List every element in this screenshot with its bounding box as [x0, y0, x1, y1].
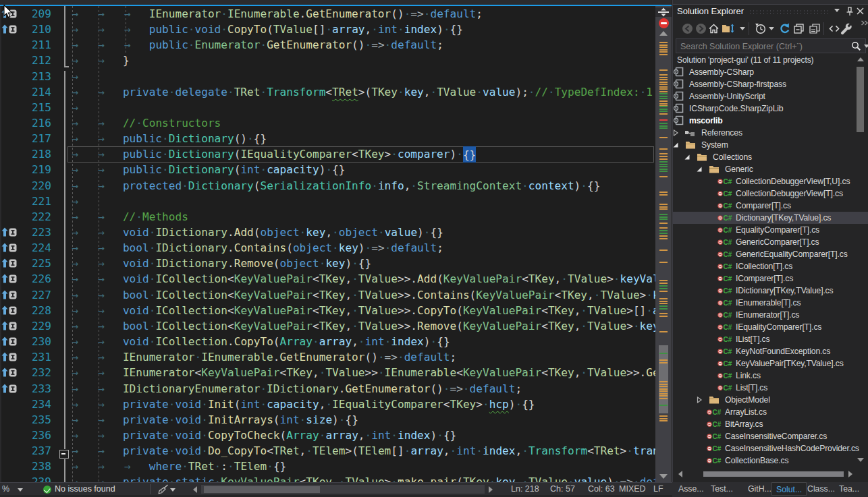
implements-interface-glyph[interactable]	[1, 274, 17, 284]
scroll-down-arrow[interactable]	[659, 474, 668, 479]
editor-vertical-scrollbar[interactable]	[655, 6, 672, 482]
tree-item-comparer-t-cs[interactable]: C# Comparer[T].cs	[673, 200, 868, 212]
code-line-218[interactable]: 218→ → public·Dictionary(IEqualityCompar…	[0, 146, 655, 162]
code-line-225[interactable]: 225 → → void·IDictionary.Remove(object·k…	[0, 256, 655, 271]
code-line-221[interactable]: 221→	[0, 194, 655, 209]
code-line-227[interactable]: 227 → → bool·ICollection<KeyValuePair<TK…	[0, 287, 655, 303]
filter-dropdown-arrow[interactable]	[769, 27, 774, 30]
implements-interface-glyph[interactable]	[1, 243, 17, 253]
scroll-up-arrow[interactable]	[857, 57, 864, 61]
refresh-icon[interactable]	[779, 23, 790, 34]
implements-interface-glyph[interactable]	[1, 321, 17, 331]
document-health-error-indicator[interactable]	[659, 18, 669, 28]
code-line-238[interactable]: 238→ → → where·TRet·:·TElem·{}	[0, 459, 655, 474]
code-line-210[interactable]: 210 → → → public·void·CopyTo(TValue[]·ar…	[0, 22, 655, 37]
expander-collapsed[interactable]	[673, 129, 679, 136]
code-line-239[interactable]: 239→ → private·static·KeyValuePair<TKey,…	[0, 474, 655, 482]
tree-item-icollection-t-cs[interactable]: C# ICollection[T].cs	[673, 260, 868, 272]
code-line-213[interactable]: 213→	[0, 69, 655, 84]
tree-item-equalitycomparer-t-cs[interactable]: C# EqualityComparer[T].cs	[673, 224, 868, 236]
tree-item-link-cs[interactable]: C# Link.cs	[673, 370, 868, 382]
tree-item-caseinsensitivecomparer-cs[interactable]: C# CaseInsensitiveComparer.cs	[673, 430, 868, 442]
code-line-219[interactable]: 219→ → public·Dictionary(int·capacity)·{…	[0, 162, 655, 177]
implements-interface-glyph[interactable]	[1, 258, 17, 268]
code-text-area[interactable]: 209 → → → IEnumerator·IEnumerable.GetEnu…	[0, 6, 655, 482]
tree-item-icsharpcode-sharpziplib[interactable]: ICSharpCode.SharpZipLib	[673, 103, 868, 115]
show-all-files-icon[interactable]	[809, 23, 821, 34]
code-line-223[interactable]: 223 → → void·IDictionary.Add(object·key,…	[0, 225, 655, 240]
forward-button[interactable]	[695, 23, 707, 34]
scroll-up-arrow[interactable]	[659, 31, 668, 36]
tree-item-dictionary-tkey-tvalue-cs[interactable]: C# Dictionary[TKey,TValue].cs	[673, 212, 868, 224]
implements-interface-glyph[interactable]	[1, 290, 17, 300]
code-line-232[interactable]: 232 → → IEnumerator<KeyValuePair<TKey,·T…	[0, 365, 655, 380]
implements-interface-glyph[interactable]	[1, 227, 17, 237]
collapse-all-icon[interactable]	[793, 23, 805, 34]
code-line-214[interactable]: 214→ → private·delegate·TRet·Transform<T…	[0, 84, 655, 100]
expander-expanded[interactable]	[673, 142, 679, 148]
panel-tab-asse[interactable]: Asse...	[674, 482, 708, 496]
tree-item-collectiondebuggerview-t-cs[interactable]: C# CollectionDebuggerView[T].cs	[673, 187, 868, 200]
code-line-228[interactable]: 228 → → void·ICollection<KeyValuePair<TK…	[0, 303, 655, 318]
tree-item-collectionbase-cs[interactable]: C# CollectionBase.cs	[673, 455, 868, 467]
tree-item-list-t-cs[interactable]: C# List[T].cs	[673, 382, 868, 394]
scrollbar-thumb[interactable]	[703, 471, 844, 477]
tree-item-idictionary-tkey-tvalue-cs[interactable]: C# IDictionary[TKey,TValue].cs	[673, 285, 868, 297]
code-line-212[interactable]: 212→ → }	[0, 53, 655, 68]
scrollbar-thumb[interactable]	[204, 486, 320, 493]
code-line-230[interactable]: 230 → → void·ICollection.CopyTo(Array·ar…	[0, 334, 655, 349]
scroll-right-arrow[interactable]	[848, 471, 852, 477]
implements-interface-glyph[interactable]	[1, 352, 17, 362]
panel-tab-test[interactable]: Test...	[707, 482, 737, 496]
panel-tab-gith[interactable]: GitH...	[744, 482, 776, 496]
view-code-icon[interactable]	[829, 23, 840, 34]
expander-expanded[interactable]	[684, 154, 690, 160]
tree-item-assembly-unityscript[interactable]: Assembly-UnityScript	[673, 90, 868, 103]
code-line-233[interactable]: 233 → → IDictionaryEnumerator·IDictionar…	[0, 381, 655, 397]
zoom-level[interactable]: %	[2, 483, 9, 496]
scrollbar-thumb[interactable]	[857, 67, 864, 132]
code-cleanup-broom-icon[interactable]	[157, 484, 169, 495]
search-box[interactable]: Search Solution Explorer (Ctrl+¨)	[676, 38, 866, 53]
sync-with-active-document-icon[interactable]	[722, 23, 735, 34]
implements-interface-glyph[interactable]	[1, 384, 17, 394]
code-line-237[interactable]: 237→ → private·void·Do_CopyTo<TRet,·TEle…	[0, 443, 655, 459]
tree-item-collections[interactable]: Collections	[673, 151, 868, 163]
tree-item-keynotfoundexception-cs[interactable]: C# KeyNotFoundException.cs	[673, 345, 868, 357]
tree-vertical-scrollbar[interactable]	[855, 55, 865, 467]
code-line-216[interactable]: 216→ → //·Constructors	[0, 115, 655, 131]
tree-item-iequalitycomparer-t-cs[interactable]: C# IEqualityComparer[T].cs	[673, 321, 868, 333]
search-icon[interactable]	[851, 41, 861, 51]
panel-tab-class[interactable]: Class...	[803, 482, 839, 496]
code-line-220[interactable]: 220→ → protected·Dictionary(Serializatio…	[0, 178, 655, 194]
tree-item-generic[interactable]: Generic	[673, 163, 868, 175]
tree-item-ilist-t-cs[interactable]: C# IList[T].cs	[673, 333, 868, 345]
tree-item-keyvaluepair-tkey-tvalue-cs[interactable]: C# KeyValuePair[TKey,TValue].cs	[673, 357, 868, 370]
home-icon[interactable]	[708, 23, 720, 34]
sync-dropdown-arrow[interactable]	[740, 27, 745, 30]
tree-item-solution-project-gui-11-of-11-projects-[interactable]: Solution 'project-gui' (11 of 11 project…	[673, 54, 868, 66]
tree-item-genericequalitycomparer-t-cs[interactable]: C# GenericEqualityComparer[T].cs	[673, 248, 868, 260]
close-icon[interactable]	[857, 7, 864, 15]
tree-item-references[interactable]: References	[673, 127, 868, 139]
code-line-209[interactable]: 209 → → → IEnumerator·IEnumerable.GetEnu…	[0, 6, 655, 22]
tree-item-genericcomparer-t-cs[interactable]: C# GenericComparer[T].cs	[673, 236, 868, 248]
scrollbar-thumb[interactable]	[659, 345, 668, 413]
search-dropdown-arrow[interactable]	[864, 45, 868, 48]
scroll-down-arrow[interactable]	[857, 458, 864, 462]
implements-interface-glyph[interactable]	[1, 24, 17, 34]
code-cleanup-dropdown-arrow[interactable]	[170, 488, 175, 492]
code-line-222[interactable]: 222→ → //·Methods	[0, 209, 655, 225]
window-position-dropdown[interactable]	[834, 9, 840, 12]
scroll-left-arrow[interactable]	[193, 486, 197, 493]
tree-item-ienumerable-t-cs[interactable]: C# IEnumerable[T].cs	[673, 297, 868, 309]
toolbar-overflow-chevrons[interactable]	[861, 20, 868, 26]
code-editor[interactable]: 209 → → → IEnumerator·IEnumerable.GetEnu…	[0, 0, 672, 497]
panel-tab-solut[interactable]: Solut...	[771, 482, 807, 496]
back-button[interactable]	[682, 23, 693, 34]
issues-status[interactable]: No issues found	[55, 483, 115, 496]
scroll-right-arrow[interactable]	[489, 486, 493, 493]
tree-item-icomparer-t-cs[interactable]: C# IComparer[T].cs	[673, 272, 868, 285]
tree-item-assembly-csharp[interactable]: Assembly-CSharp	[673, 66, 868, 78]
tree-item-assembly-csharp-firstpass[interactable]: Assembly-CSharp-firstpass	[673, 78, 868, 90]
